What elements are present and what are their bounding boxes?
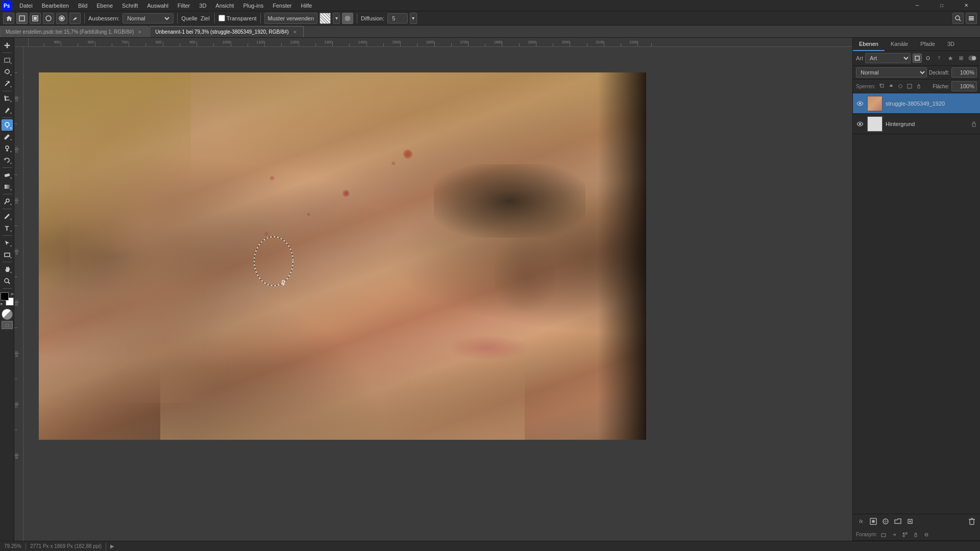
forasym-btn-2[interactable]	[890, 530, 899, 539]
home-button[interactable]	[3, 13, 14, 24]
layer-visibility-1[interactable]	[856, 99, 864, 108]
status-arrow-btn[interactable]: ▶	[110, 543, 114, 549]
transparent-checkbox[interactable]	[218, 15, 225, 21]
tab-unbenannt-close[interactable]: ✕	[292, 29, 298, 35]
reset-colors-icon[interactable]: ■	[1, 302, 3, 306]
pattern-dropdown-btn[interactable]: ▾	[333, 13, 340, 24]
canvas-container[interactable]	[23, 47, 852, 541]
pattern-preview[interactable]	[320, 13, 331, 24]
search-button[interactable]	[952, 13, 964, 24]
menu-fenster[interactable]: Fenster	[268, 2, 296, 10]
filter-smart-btn[interactable]	[957, 54, 966, 63]
feather-button[interactable]	[69, 13, 81, 24]
transparent-checkbox-label[interactable]: Transparent	[218, 15, 257, 21]
menu-bild[interactable]: Bild	[74, 2, 91, 10]
forasym-btn-5[interactable]	[922, 530, 931, 539]
filter-toggle-btn[interactable]	[968, 54, 977, 63]
shape-tool[interactable]: ▾	[2, 249, 13, 260]
lock-artboard-btn[interactable]	[905, 82, 914, 90]
mode-dropdown[interactable]: Normal Inhaltssensitiv	[122, 13, 174, 23]
minimize-button[interactable]: ─	[905, 0, 929, 11]
menu-auswahl[interactable]: Auswahl	[143, 2, 173, 10]
panel-tab-3d[interactable]: 3D	[941, 38, 961, 51]
patch-mode-button-3[interactable]	[43, 13, 54, 24]
forasym-btn-1[interactable]	[879, 530, 888, 539]
quick-mask-button[interactable]	[2, 309, 13, 320]
clone-stamp-tool[interactable]: ▾	[2, 143, 13, 154]
crop-tool[interactable]: ▾	[2, 93, 13, 104]
menu-bearbeiten[interactable]: Bearbeiten	[38, 2, 73, 10]
eraser-tool[interactable]: ▾	[2, 169, 13, 181]
fill-input[interactable]	[951, 81, 977, 91]
eyedropper-tool[interactable]: ▾	[2, 105, 13, 116]
spot-healing-brush-tool[interactable]: ▾	[2, 119, 13, 131]
panel-tab-ebenen[interactable]: Ebenen	[853, 38, 885, 51]
type-tool[interactable]: T ▾	[2, 222, 13, 234]
layer-group-button[interactable]	[893, 516, 903, 527]
tab-unbenannt[interactable]: Unbenannt-1 bei 79,3% (struggle-3805349_…	[150, 26, 303, 37]
forasym-btn-4[interactable]	[911, 530, 920, 539]
opacity-input[interactable]	[951, 67, 977, 78]
menu-datei[interactable]: Datei	[15, 2, 37, 10]
gradient-tool[interactable]: ▾	[2, 181, 13, 192]
menu-ebene[interactable]: Ebene	[92, 2, 117, 10]
patch-mode-button-1[interactable]	[16, 13, 28, 24]
maximize-button[interactable]: □	[930, 0, 953, 11]
filter-shape-btn[interactable]	[946, 54, 955, 63]
menu-filter[interactable]: Filter	[174, 2, 194, 10]
layer-item-struggle[interactable]: struggle-3805349_1920	[853, 93, 980, 114]
menu-plugins[interactable]: Plug-ins	[239, 2, 267, 10]
filter-type-btn[interactable]: T	[935, 54, 944, 63]
pattern-use-button[interactable]: Muster verwenden	[264, 13, 318, 24]
lock-transparent-btn[interactable]	[878, 82, 886, 90]
layer-adjustment-button[interactable]	[880, 516, 891, 527]
layer-new-button[interactable]	[905, 516, 915, 527]
pattern-color-box[interactable]	[342, 13, 353, 24]
rectangular-marquee-tool[interactable]: ▾	[2, 55, 13, 66]
swap-colors-icon[interactable]: ⇄	[11, 292, 14, 296]
brush-tool[interactable]: ▾	[2, 131, 13, 142]
history-brush-tool[interactable]: ▾	[2, 155, 13, 166]
patch-mode-button-4[interactable]	[56, 13, 67, 24]
layer-delete-button[interactable]	[967, 516, 977, 527]
lock-image-btn[interactable]	[887, 82, 895, 90]
layer-visibility-2[interactable]	[856, 120, 864, 128]
menu-hilfe[interactable]: Hilfe	[297, 2, 316, 10]
screen-mode-button[interactable]: ⬚	[2, 321, 13, 329]
tool-separator-3	[3, 117, 12, 118]
panel-tab-pfade[interactable]: Pfade	[914, 38, 941, 51]
lasso-tool[interactable]: ▾	[2, 66, 13, 78]
tab-muster[interactable]: Muster erstellen.psdc bei 15,7% (Farbfül…	[0, 26, 149, 37]
path-selection-tool[interactable]: ▾	[2, 237, 13, 248]
hand-tool[interactable]: ▾	[2, 264, 13, 275]
filter-pixel-btn[interactable]	[913, 54, 922, 63]
pen-tool[interactable]: ▾	[2, 211, 13, 222]
menu-schrift[interactable]: Schrift	[118, 2, 142, 10]
diffusion-input[interactable]	[387, 13, 408, 23]
filter-adjust-btn[interactable]	[924, 54, 933, 63]
close-button[interactable]: ✕	[954, 0, 978, 11]
menu-3d[interactable]: 3D	[195, 2, 210, 10]
layer-fx-button[interactable]: fx	[856, 516, 866, 527]
workspace-button[interactable]	[966, 13, 977, 24]
blend-mode-dropdown[interactable]: Normal Auflösen Abdunkeln Multiplizieren…	[856, 67, 927, 78]
patch-mode-button-2[interactable]	[30, 13, 41, 24]
canvas[interactable]	[39, 72, 646, 440]
diffusion-dropdown[interactable]: ▾	[410, 13, 417, 24]
dodge-tool[interactable]: ▾	[2, 196, 13, 207]
menu-ansicht[interactable]: Ansicht	[211, 2, 238, 10]
lock-all-btn[interactable]	[915, 82, 923, 90]
panel-tab-kanaele[interactable]: Kanäle	[885, 38, 914, 51]
forasym-btn-3[interactable]	[900, 530, 910, 539]
layer-item-hintergrund[interactable]: Hintergrund	[853, 114, 980, 134]
magic-wand-tool[interactable]: ▾	[2, 78, 13, 89]
foreground-color[interactable]	[1, 292, 9, 300]
mode-select[interactable]: Normal Inhaltssensitiv	[125, 15, 171, 22]
layer-filter-dropdown[interactable]: Art Name Effekt Modus Attribut Farbe Sma…	[865, 53, 911, 63]
tool-separator-1	[3, 53, 12, 53]
lock-position-btn[interactable]	[896, 82, 904, 90]
tab-muster-close[interactable]: ✕	[137, 29, 143, 35]
zoom-tool[interactable]	[2, 276, 13, 287]
layer-mask-button[interactable]	[868, 516, 878, 527]
move-tool[interactable]	[2, 40, 13, 51]
